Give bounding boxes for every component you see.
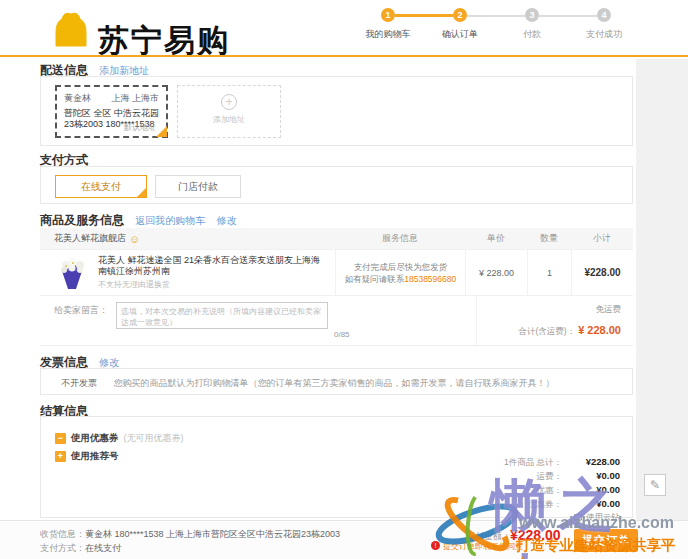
use-referral-label: 使用推荐号 (71, 450, 119, 463)
service-line-2: 如有疑问请联系18538596680 (345, 273, 457, 285)
service-info: 支付完成后尽快为您发货 如有疑问请联系18538596680 (345, 261, 457, 285)
product-image[interactable] (54, 255, 90, 291)
default-address-tag: 默认地址 (124, 122, 156, 133)
shop-smiley-icon: ☺ (129, 233, 140, 245)
address-name: 黄金林 (64, 92, 91, 105)
order-total: 合计(含运费)：¥ 228.00 (519, 324, 622, 338)
add-address-label: 添加地址 (178, 114, 280, 125)
header-service: 服务信息 (335, 232, 465, 245)
step-dot-1: 1 (381, 8, 395, 22)
no-coupon-note: (无可用优惠券) (124, 432, 184, 445)
free-shipping-label: 免运费 (596, 304, 622, 316)
shop-name[interactable]: 花美人鲜花旗舰店 (54, 232, 126, 245)
use-coupon-label: 使用优惠券 (71, 432, 119, 445)
brand-logo-text: 苏宁易购 (98, 20, 230, 57)
total-row-value: ¥0.00 (562, 497, 620, 511)
total-row: 优惠券：¥0.00 (504, 497, 620, 511)
total-row-value: ¥0.00 (562, 483, 620, 497)
store-pay-label: 门店付款 (178, 181, 218, 192)
header-price: 单价 (465, 232, 527, 245)
delivery-title-text: 配送信息 (40, 63, 88, 77)
add-address-card[interactable]: + 添加地址 (177, 85, 281, 138)
brand-logo[interactable]: 苏宁易购 (52, 6, 230, 57)
step-label-3: 付款 (496, 28, 568, 41)
use-referral-row[interactable]: + 使用推荐号 (55, 450, 119, 463)
step-label-4: 支付成功 (568, 28, 640, 41)
invoice-title-text: 发票信息 (40, 355, 88, 369)
selected-corner-icon (156, 126, 167, 137)
ship-info-label: 收货信息： (40, 529, 85, 539)
submit-order-button[interactable]: 提交订单 (574, 529, 638, 552)
invoice-box: 不开发票 您购买的商品默认为打印购物清单（您的订单有第三方卖家销售的商品，如需开… (40, 368, 633, 395)
header-subtotal: 小计 (571, 232, 633, 245)
payment-title-text: 支付方式 (40, 153, 88, 167)
step-dot-4: 4 (597, 8, 611, 22)
lion-logo-icon (52, 6, 90, 50)
order-total-label: 合计(含运费)： (519, 326, 576, 336)
store-pay-button[interactable]: 门店付款 (155, 175, 241, 198)
plus-square-icon: + (55, 451, 66, 462)
unit-price: ¥ 228.00 (479, 268, 514, 278)
total-row-label: 优惠券： (528, 499, 562, 509)
online-pay-label: 在线支付 (81, 181, 121, 192)
total-row-label: 1件商品 总计： (504, 457, 562, 467)
minus-square-icon: − (55, 433, 66, 444)
online-pay-button[interactable]: 在线支付 (55, 175, 147, 198)
step-dot-3: 3 (525, 8, 539, 22)
footer-summary: 收货信息：黄金林 180****1538 上海上海市普陀区全区中浩云花园23栋2… (40, 527, 340, 555)
seller-message-label: 给卖家留言： (54, 304, 108, 317)
quantity-value: 1 (547, 268, 552, 278)
invoice-type: 不开发票 (61, 378, 97, 388)
feedback-pencil-button[interactable]: ✎ (644, 474, 666, 496)
plus-icon: + (221, 94, 237, 110)
invoice-desc: 您购买的商品默认为打印购物清单（您的订单有第三方卖家销售的商品，如需开发票，请自… (114, 378, 555, 388)
use-coupon-row[interactable]: − 使用优惠券 (无可用优惠券) (55, 432, 184, 445)
edit-cart-link[interactable]: 修改 (217, 215, 237, 226)
right-gray-strip (636, 59, 688, 520)
service-phone: 18538596680 (404, 274, 456, 284)
total-row: 1件商品 总计：¥228.00 (504, 455, 620, 469)
delivery-box: 黄金林 上海 上海市 普陀区 全区 中浩云花园23栋2003 180****15… (40, 76, 633, 146)
product-title[interactable]: 花美人 鲜花速递全国 21朵香水百合送亲友送朋友上海海南镇江徐州苏州南 (98, 255, 328, 277)
order-total-value: ¥ 228.00 (578, 324, 621, 336)
service-line-1: 支付完成后尽快为您发货 (345, 261, 457, 273)
invoice-edit-link[interactable]: 修改 (99, 357, 119, 368)
goods-section-title: 商品及服务信息 返回我的购物车 修改 (40, 212, 237, 229)
goods-table-header: 花美人鲜花旗舰店 ☺ 服务信息 单价 数量 小计 (40, 228, 633, 249)
char-counter: 0/85 (334, 330, 350, 339)
service-contact-prefix: 如有疑问请联系 (345, 274, 405, 284)
total-row: 优惠：¥0.00 (504, 483, 620, 497)
pay-method-label: 支付方式： (40, 543, 85, 553)
amount-due-value: ¥228.00 (510, 527, 561, 543)
header: 苏宁易购 1 我的购物车 2 确认订单 3 付款 4 支付成功 (0, 0, 688, 57)
total-row-label: 运费： (537, 471, 563, 481)
step-success: 4 支付成功 (568, 8, 640, 41)
step-confirm: 2 确认订单 (424, 8, 496, 41)
amount-due-label: 应付金额： (466, 530, 511, 543)
selected-corner-icon (137, 188, 146, 197)
total-row-value: ¥0.00 (562, 469, 620, 483)
seller-message-input[interactable] (116, 302, 328, 329)
back-to-cart-link[interactable]: 返回我的购物车 (135, 215, 205, 226)
address-card-selected[interactable]: 黄金林 上海 上海市 普陀区 全区 中浩云花园23栋2003 180****15… (55, 85, 168, 138)
pay-method-value: 在线支付 (85, 543, 121, 553)
product-row: 花美人 鲜花速递全国 21朵香水百合送亲友送朋友上海海南镇江徐州苏州南 不支持无… (40, 249, 633, 295)
goods-title-text: 商品及服务信息 (40, 213, 124, 227)
add-new-address-link[interactable]: 添加新地址 (99, 65, 149, 76)
address-region: 上海 上海市 (111, 92, 159, 105)
step-label-1: 我的购物车 (352, 28, 424, 41)
step-cart: 1 我的购物车 (352, 8, 424, 41)
step-dot-2: 2 (453, 8, 467, 22)
ship-info-value: 黄金林 180****1538 上海上海市普陀区全区中浩云花园23栋2003 (85, 529, 340, 539)
pencil-icon: ✎ (650, 478, 660, 492)
alert-icon: ! (431, 541, 440, 550)
step-label-2: 确认订单 (424, 28, 496, 41)
checkout-page: 苏宁易购 1 我的购物车 2 确认订单 3 付款 4 支付成功 (0, 0, 688, 559)
order-summary-cell: 免运费 合计(含运费)：¥ 228.00 (476, 296, 633, 345)
footer-bar: 收货信息：黄金林 180****1538 上海上海市普陀区全区中浩云花园23栋2… (0, 520, 688, 559)
header-qty: 数量 (527, 232, 571, 245)
step-pay: 3 付款 (496, 8, 568, 41)
checkout-steps: 1 我的购物车 2 确认订单 3 付款 4 支付成功 (352, 8, 652, 50)
total-row-value: ¥228.00 (562, 455, 620, 469)
payment-box: 在线支付 门店付款 (40, 166, 633, 204)
